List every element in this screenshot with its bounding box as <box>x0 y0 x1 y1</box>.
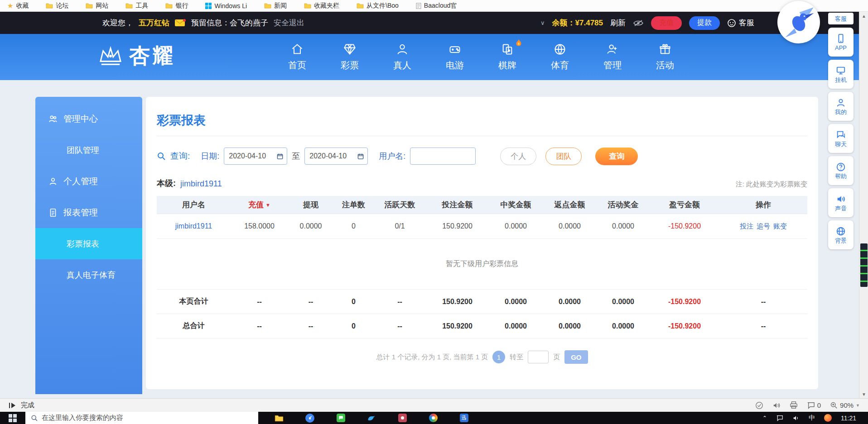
dock-item-app[interactable]: APP <box>828 28 854 57</box>
level-user-link[interactable]: jimbird1911 <box>180 179 222 189</box>
customer-service-link[interactable]: 客服 <box>727 18 754 28</box>
username-input[interactable] <box>410 148 476 165</box>
dock-item-hangup[interactable]: 挂机 <box>828 60 854 89</box>
personal-filter-button[interactable]: 个人 <box>500 148 536 165</box>
date-label: 日期: <box>201 151 219 162</box>
sidebar-item-lottery-report[interactable]: 彩票报表 <box>35 228 142 259</box>
col-header-rebate-amount: 返点金额 <box>543 196 597 214</box>
nav-item-live[interactable]: 真人 <box>393 43 411 71</box>
sidebar-item-live-egame-sports[interactable]: 真人电子体育 <box>35 259 142 291</box>
eye-icon[interactable] <box>633 19 644 27</box>
dock-item-sound[interactable]: 声音 <box>828 188 854 217</box>
wechat-icon[interactable] <box>336 414 345 423</box>
bookmark-folder-news[interactable]: 新闻 <box>264 2 287 10</box>
nav-item-sports[interactable]: 体育 <box>551 43 569 71</box>
nav-item-manage[interactable]: 管理 <box>603 43 622 71</box>
refresh-link[interactable]: 刷新 <box>610 18 626 28</box>
go-button[interactable]: GO <box>564 350 588 364</box>
sidebar-item-admin-center[interactable]: 管理中心 <box>35 103 142 134</box>
calendar-icon[interactable] <box>277 152 283 160</box>
scroll-down-arrow[interactable]: ▼ <box>859 390 868 398</box>
dock-item-mine[interactable]: 我的 <box>828 92 854 121</box>
query-button[interactable]: 查询 <box>595 148 638 165</box>
dock-label: 帮助 <box>835 173 847 179</box>
scrollbar-thumb[interactable] <box>860 243 868 287</box>
dock-item-service[interactable]: 客服 <box>828 13 854 24</box>
palette-app-icon[interactable] <box>429 414 438 423</box>
sidebar-item-team-manage[interactable]: 团队管理 <box>35 134 142 166</box>
account-top-bar: 欢迎您， 五万红钻 预留信息：会飞的燕子 安全退出 ∨ 余额：¥7.4785 刷… <box>0 12 868 34</box>
taskbar-clock[interactable]: 11:21 <box>841 414 856 422</box>
start-button[interactable] <box>0 414 25 422</box>
grand-total-cell: 0 <box>333 314 374 338</box>
action-chase-link[interactable]: 追号 <box>757 222 770 231</box>
baacloud-app-icon[interactable] <box>305 414 314 423</box>
grand-total-cell: -- <box>231 314 288 338</box>
dock-item-help[interactable]: 帮助 <box>828 156 854 185</box>
bookmark-folder-tools[interactable]: 工具 <box>125 2 148 10</box>
taskbar-search-placeholder: 在这里输入你要搜索的内容 <box>42 414 123 422</box>
tray-expand-icon[interactable]: ⌃ <box>762 415 767 421</box>
zoom-control[interactable]: 90% ▼ <box>830 401 860 409</box>
nav-label: 棋牌 <box>498 59 516 71</box>
nav-item-home[interactable]: 首页 <box>288 43 306 71</box>
date-from-field[interactable] <box>224 148 287 165</box>
folder-icon <box>46 3 53 9</box>
dock-item-background[interactable]: 背景 <box>828 220 854 249</box>
bookmark-favorites[interactable]: ★ 收藏 <box>7 2 29 10</box>
nav-item-egames[interactable]: 电游 <box>446 43 464 71</box>
browser-scrollbar[interactable]: ▲ ▼ <box>859 12 868 398</box>
withdraw-button[interactable]: 提款 <box>689 16 720 30</box>
mail-icon[interactable] <box>175 19 186 27</box>
bookmark-baacloud[interactable]: Baacloud官 <box>416 2 457 10</box>
tray-chat-icon[interactable] <box>776 415 783 421</box>
file-explorer-icon[interactable] <box>275 414 284 423</box>
messenger-bird-icon[interactable] <box>367 414 376 423</box>
bookmark-label: 银行 <box>175 2 188 10</box>
pagination-summary: 总计 1 个记录, 分为 1 页, 当前第 1 页 <box>376 353 488 362</box>
status-speaker-icon[interactable] <box>772 402 781 409</box>
chevron-down-icon[interactable]: ∨ <box>540 19 545 26</box>
taskbar-search[interactable]: 在这里输入你要搜索的内容 <box>25 412 258 424</box>
action-account-change-link[interactable]: 账变 <box>773 222 787 231</box>
search-toolbar: 查询: 日期: 至 用户名: 个人 团队 查询 <box>157 147 807 165</box>
nav-item-activity[interactable]: 活动 <box>656 43 674 71</box>
logout-link[interactable]: 安全退出 <box>274 18 304 28</box>
action-bet-link[interactable]: 投注 <box>740 222 753 231</box>
baacloud-bird-logo[interactable] <box>777 1 820 43</box>
team-filter-button[interactable]: 团队 <box>545 148 582 165</box>
comments-indicator[interactable]: 0 <box>807 401 821 409</box>
users-icon <box>48 114 58 124</box>
dock-item-chat[interactable]: 聊天 <box>828 124 854 153</box>
sidebar-label: 管理中心 <box>63 113 98 125</box>
ime-indicator[interactable]: 中 <box>809 414 815 422</box>
nav-item-chess[interactable]: 棋牌 <box>498 43 516 71</box>
bookmark-folder-favbar[interactable]: 收藏夹栏 <box>304 2 339 10</box>
firefox-tray-icon[interactable] <box>824 414 832 422</box>
xun-app-icon[interactable]: 迅 <box>459 414 468 423</box>
print-icon[interactable] <box>790 401 798 409</box>
tray-speaker-icon[interactable] <box>792 415 800 421</box>
date-from-input[interactable] <box>229 152 274 160</box>
bookmark-windows[interactable]: Windows Li <box>205 2 247 10</box>
security-check-icon[interactable] <box>755 401 763 410</box>
bookmark-folder-forum[interactable]: 论坛 <box>46 2 68 10</box>
nav-item-lottery[interactable]: 彩票 <box>341 43 359 71</box>
scroll-up-arrow[interactable]: ▲ <box>859 12 868 20</box>
sidebar-item-report-manage[interactable]: 报表管理 <box>35 197 142 228</box>
col-header-recharge-sort[interactable]: 充值▼ <box>231 196 288 214</box>
photos-app-icon[interactable] <box>398 414 407 423</box>
row-username-link[interactable]: jimbird1911 <box>175 222 212 230</box>
bookmark-folder-bank[interactable]: 银行 <box>165 2 188 10</box>
date-to-input[interactable] <box>309 152 355 160</box>
goto-page-input[interactable] <box>528 351 549 363</box>
calendar-icon[interactable] <box>357 152 364 160</box>
dock-label: 背景 <box>835 238 847 243</box>
nav-label: 管理 <box>603 59 622 71</box>
bookmark-folder-sites[interactable]: 网站 <box>86 2 108 10</box>
recharge-button[interactable]: 充值 <box>651 16 682 30</box>
date-to-field[interactable] <box>304 148 368 165</box>
page-number-button[interactable]: 1 <box>492 351 505 363</box>
bookmark-folder-fromfile[interactable]: 从文件\Boo <box>357 2 399 10</box>
sidebar-item-personal-manage[interactable]: 个人管理 <box>35 166 142 197</box>
